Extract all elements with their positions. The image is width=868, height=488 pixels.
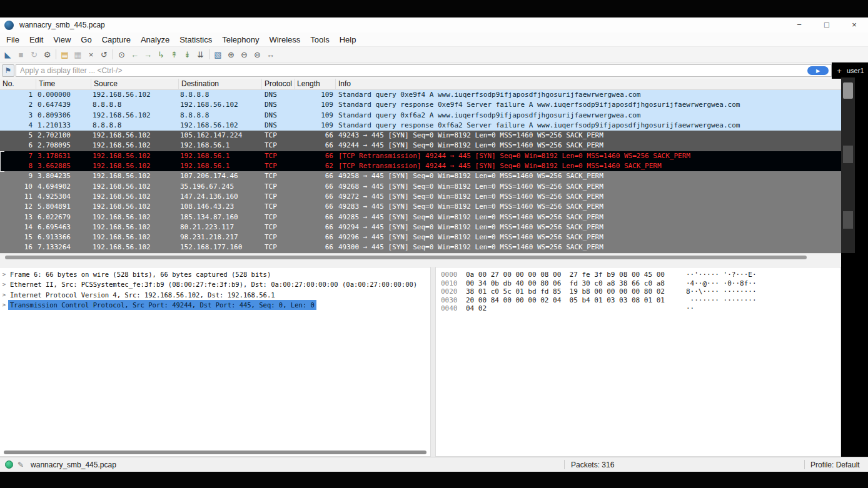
zoom-out-button[interactable]: ⊖ (238, 48, 251, 61)
menu-help[interactable]: Help (335, 35, 361, 44)
detail-lines: >Frame 6: 66 bytes on wire (528 bits), 6… (0, 269, 430, 310)
menu-wireless[interactable]: Wireless (264, 35, 305, 44)
packet-row[interactable]: 52.702100192.168.56.102105.162.147.224TC… (0, 131, 868, 141)
window-controls: − □ × (785, 17, 868, 32)
desktop: wannacry_smb_445.pcap − □ × FileEditView… (0, 0, 868, 488)
packet-row[interactable]: 156.913366192.168.56.10298.231.218.217TC… (0, 232, 868, 242)
cell-protocol: TCP (262, 161, 295, 171)
expert-info-icon[interactable] (5, 461, 13, 469)
cell-source: 192.168.56.102 (91, 171, 179, 181)
apply-filter-icon: ▶ (816, 68, 820, 74)
close-button[interactable]: × (840, 17, 868, 32)
go-last-button[interactable]: ↡ (181, 48, 194, 61)
start-capture-icon: ◣ (5, 50, 11, 59)
add-filter-button[interactable]: + (834, 66, 844, 76)
packet-row[interactable]: 41.2101338.8.8.8192.168.56.102DNS109Stan… (0, 121, 868, 131)
profile-selector[interactable]: Profile: Default (810, 461, 860, 469)
close-file-button[interactable]: × (84, 48, 98, 61)
column-header-time[interactable]: Time (36, 79, 91, 90)
colorize-packets-button[interactable]: ▧ (211, 48, 225, 61)
display-filter-input[interactable]: Apply a display filter ... <Ctrl-/> ▶ (16, 64, 832, 77)
packet-row[interactable]: 10.000000192.168.56.1028.8.8.8DNS109Stan… (0, 90, 868, 100)
menu-view[interactable]: View (48, 35, 76, 44)
detail-line[interactable]: >Frame 6: 66 bytes on wire (528 bits), 6… (0, 269, 430, 279)
apply-filter-button[interactable]: ▶ (807, 66, 829, 75)
start-capture-button[interactable]: ◣ (1, 48, 14, 61)
packet-row[interactable]: 114.925304192.168.56.102147.24.136.160TC… (0, 192, 868, 202)
packet-row[interactable]: 93.804235192.168.56.102107.206.174.46TCP… (0, 171, 868, 181)
column-header-length[interactable]: Length (295, 79, 336, 90)
menu-analyze[interactable]: Analyze (136, 35, 174, 44)
vscroll-track[interactable] (841, 77, 855, 253)
zoom-in-button[interactable]: ⊕ (225, 48, 238, 61)
packet-row[interactable]: 125.804891192.168.56.102108.146.43.23TCP… (0, 202, 868, 212)
column-header-source[interactable]: Source (91, 79, 179, 90)
filter-button-user1[interactable]: user1 (847, 67, 864, 74)
menu-telephony[interactable]: Telephony (217, 35, 264, 44)
menu-capture[interactable]: Capture (97, 35, 136, 44)
cell-info: [TCP Retransmission] 49244 → 445 [SYN] S… (336, 161, 868, 171)
go-forward-button[interactable]: → (141, 48, 154, 61)
capture-comment-icon[interactable]: ✎ (18, 461, 24, 469)
cell-destination: 192.168.56.1 (179, 161, 262, 171)
packet-row[interactable]: 20.6474398.8.8.8192.168.56.102DNS109Stan… (0, 100, 868, 110)
cell-time: 3.662885 (36, 161, 91, 171)
hscroll-thumb[interactable] (5, 256, 807, 259)
packet-row[interactable]: 30.809306192.168.56.1028.8.8.8DNS109Stan… (0, 111, 868, 121)
minimize-button[interactable]: − (785, 17, 813, 32)
find-packet-button[interactable]: ⊙ (115, 48, 128, 61)
packet-row[interactable]: 136.022679192.168.56.102185.134.87.160TC… (0, 212, 868, 222)
column-header-destination[interactable]: Destination (179, 79, 262, 90)
menu-edit[interactable]: Edit (24, 35, 48, 44)
packet-row[interactable]: 104.694902192.168.56.10235.196.67.245TCP… (0, 182, 868, 192)
go-first-button[interactable]: ↟ (168, 48, 181, 61)
auto-scroll-button[interactable]: ⇊ (194, 48, 207, 61)
expander-icon[interactable]: > (0, 290, 8, 300)
cell-destination: 35.196.67.245 (179, 182, 262, 192)
menu-go[interactable]: Go (76, 35, 96, 44)
packet-row[interactable]: 73.178631192.168.56.102192.168.56.1TCP66… (0, 151, 868, 161)
menu-tools[interactable]: Tools (305, 35, 334, 44)
go-back-button[interactable]: ← (128, 48, 141, 61)
expander-icon[interactable]: > (0, 269, 8, 279)
expander-icon[interactable]: > (0, 279, 8, 289)
details-hscroll-thumb[interactable] (4, 451, 426, 454)
packet-list-vscrollbar[interactable] (841, 77, 868, 457)
pane-splitter[interactable] (0, 261, 868, 267)
save-file-button[interactable]: ▦ (71, 48, 84, 61)
menu-statistics[interactable]: Statistics (174, 35, 217, 44)
packet-row[interactable]: 146.695463192.168.56.10280.21.223.117TCP… (0, 222, 868, 232)
hex-row[interactable]: 004004 02·· (441, 304, 840, 313)
vscroll-thumb[interactable] (843, 82, 853, 99)
packet-row[interactable]: 83.662885192.168.56.102192.168.56.1TCP62… (0, 161, 868, 171)
packet-row[interactable]: 167.133264192.168.56.102152.168.177.160T… (0, 242, 868, 252)
packet-list-hscrollbar[interactable] (0, 253, 868, 261)
stop-capture-button[interactable]: ■ (14, 48, 28, 61)
reload-file-button[interactable]: ↺ (98, 48, 111, 61)
hex-row[interactable]: 002038 01 c0 5c 01 bd fd 85 19 b8 00 00 … (441, 287, 840, 296)
cell-length: 66 (295, 202, 336, 212)
column-header-info[interactable]: Info (336, 79, 868, 90)
detail-line[interactable]: >Ethernet II, Src: PCSSystemtec_fe:3f:b9… (0, 279, 430, 289)
maximize-button[interactable]: □ (813, 17, 840, 32)
column-header-protocol[interactable]: Protocol (262, 79, 295, 90)
zoom-original-button[interactable]: ⊚ (251, 48, 264, 61)
cell-protocol: TCP (262, 212, 295, 222)
detail-line[interactable]: >Internet Protocol Version 4, Src: 192.1… (0, 290, 430, 300)
resize-columns-button[interactable]: ↔ (264, 48, 277, 61)
open-file-button[interactable]: ▤ (58, 48, 71, 61)
hex-row[interactable]: 001000 34 0b db 40 00 80 06 fd 30 c0 a8 … (441, 279, 840, 288)
capture-options-button[interactable]: ⚙ (41, 48, 54, 61)
packet-list-header: No.TimeSourceDestinationProtocolLengthIn… (0, 79, 868, 90)
hex-row[interactable]: 003020 00 84 00 00 00 02 04 05 b4 01 03 … (441, 296, 840, 305)
detail-line[interactable]: >Transmission Control Protocol, Src Port… (0, 300, 430, 310)
expander-icon[interactable]: > (0, 300, 8, 310)
filter-bookmark-button[interactable]: ⚑ (2, 64, 14, 77)
packet-row[interactable]: 62.708095192.168.56.102192.168.56.1TCP66… (0, 141, 868, 151)
cell-protocol: DNS (262, 100, 295, 110)
menu-file[interactable]: File (1, 35, 24, 44)
hex-row[interactable]: 00000a 00 27 00 00 00 08 00 27 fe 3f b9 … (441, 271, 840, 279)
column-header-no[interactable]: No. (0, 79, 36, 90)
restart-capture-button[interactable]: ↻ (28, 48, 41, 61)
go-to-packet-button[interactable]: ↳ (154, 48, 168, 61)
